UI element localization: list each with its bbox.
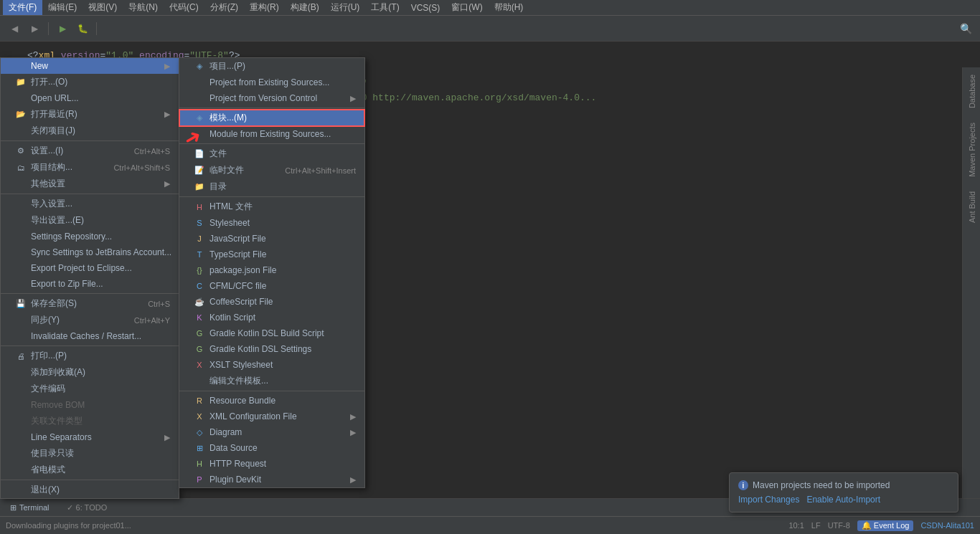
vcs-arrow: ▶ xyxy=(350,94,356,103)
menu-power-save[interactable]: 省电模式 xyxy=(1,462,179,478)
menu-window[interactable]: 窗口(W) xyxy=(446,0,488,15)
new-submenu: ◈ 项目...(P) Project from Existing Sources… xyxy=(179,57,365,488)
terminal-tab[interactable]: ⊞ Terminal xyxy=(3,502,57,514)
pkg-icon: {} xyxy=(194,264,205,276)
menu-file-encoding[interactable]: 文件编码 xyxy=(1,381,179,397)
new-http-request[interactable]: H HTTP Request xyxy=(179,456,364,472)
terminal-label: Terminal xyxy=(19,503,50,512)
enable-autoimport-link[interactable]: Enable Auto-Import xyxy=(806,495,880,505)
menu-open[interactable]: 📁 打开...(O) xyxy=(1,74,179,90)
divider4 xyxy=(1,345,179,346)
menu-view[interactable]: 视图(V) xyxy=(83,0,123,15)
url-icon xyxy=(15,92,27,104)
menu-import-settings[interactable]: 导入设置... xyxy=(1,196,179,212)
menu-refactor[interactable]: 重构(R) xyxy=(244,0,285,15)
menu-remove-bom[interactable]: Remove BOM xyxy=(1,397,179,413)
todo-tab[interactable]: ✓ 6: TODO xyxy=(60,502,115,514)
menubar: 文件(F) 编辑(E) 视图(V) 导航(N) 代码(C) 分析(Z) 重构(R… xyxy=(0,0,980,16)
popup-title-text: Maven projects need to be imported xyxy=(753,480,890,490)
new-gradle-settings[interactable]: G Gradle Kotlin DSL Settings xyxy=(179,341,364,357)
new-icon xyxy=(15,60,27,72)
menu-close-project[interactable]: 关闭项目(J) xyxy=(1,123,179,139)
menu-file[interactable]: 文件(F) xyxy=(3,0,42,15)
new-edit-file-templates[interactable]: 编辑文件模板... xyxy=(179,373,364,389)
new-module-existing[interactable]: Module from Existing Sources... xyxy=(179,126,364,142)
menu-line-sep[interactable]: Line Separators ▶ xyxy=(1,429,179,445)
debug-button[interactable]: 🐛 xyxy=(74,20,91,37)
new-project[interactable]: ◈ 项目...(P) xyxy=(179,58,364,75)
line-ending: LF xyxy=(811,521,821,530)
menu-sync[interactable]: 同步(Y) Ctrl+Alt+Y xyxy=(1,312,179,328)
new-ts[interactable]: T TypeScript File xyxy=(179,247,364,262)
existing-icon xyxy=(194,77,205,88)
menu-settings[interactable]: ⚙ 设置...(I) Ctrl+Alt+S xyxy=(1,143,179,159)
ant-panel-tab[interactable]: Ant Build xyxy=(963,184,980,230)
divider2 xyxy=(1,194,179,194)
new-module[interactable]: ◈ 模块...(M) xyxy=(179,110,364,126)
new-file[interactable]: 📄 文件 xyxy=(179,146,364,162)
menu-navigate[interactable]: 导航(N) xyxy=(123,0,164,15)
menu-vcs[interactable]: VCS(S) xyxy=(405,1,446,14)
popup-title-row: i Maven projects need to be imported xyxy=(738,480,949,490)
new-scratch[interactable]: 📝 临时文件 Ctrl+Alt+Shift+Insert xyxy=(179,162,364,178)
cfml-icon: C xyxy=(194,280,205,292)
menu-print[interactable]: 🖨 打印...(P) xyxy=(1,348,179,364)
menu-edit[interactable]: 编辑(E) xyxy=(42,0,83,15)
forward-button[interactable]: ▶ xyxy=(26,20,43,37)
event-log-badge[interactable]: 🔔 Event Log xyxy=(857,520,914,531)
new-xml-config[interactable]: X XML Configuration File ▶ xyxy=(179,409,364,424)
new-js[interactable]: J JavaScript File xyxy=(179,231,364,247)
menu-make-readonly[interactable]: 使目录只读 xyxy=(1,445,179,462)
new-diagram[interactable]: ◇ Diagram ▶ xyxy=(179,424,364,440)
menu-add-favorites[interactable]: 添加到收藏(A) xyxy=(1,364,179,381)
new-project-vcs[interactable]: Project from Version Control ▶ xyxy=(179,90,364,106)
menu-code[interactable]: 代码(C) xyxy=(164,0,204,15)
new-data-source[interactable]: ⊞ Data Source xyxy=(179,440,364,456)
menu-other-settings[interactable]: 其他设置 ▶ xyxy=(1,176,179,192)
new-coffee[interactable]: ☕ CoffeeScript File xyxy=(179,294,364,310)
menu-run[interactable]: 运行(U) xyxy=(325,0,366,15)
new-cfml[interactable]: C CFML/CFC file xyxy=(179,278,364,294)
new-xslt[interactable]: X XSLT Stylesheet xyxy=(179,357,364,373)
database-panel-tab[interactable]: Database xyxy=(963,67,980,115)
menu-invalidate[interactable]: Invalidate Caches / Restart... xyxy=(1,328,179,344)
new-div1 xyxy=(179,108,364,108)
new-gradle-build[interactable]: G Gradle Kotlin DSL Build Script xyxy=(179,325,364,341)
back-button[interactable]: ◀ xyxy=(6,20,23,37)
gradle-build-icon: G xyxy=(194,328,205,339)
new-dir[interactable]: 📁 目录 xyxy=(179,178,364,195)
new-plugin-devkit[interactable]: P Plugin DevKit ▶ xyxy=(179,472,364,487)
menu-associate-filetype[interactable]: 关联文件类型 xyxy=(1,413,179,429)
new-resource-bundle[interactable]: R Resource Bundle xyxy=(179,393,364,409)
menu-export-eclipse[interactable]: Export Project to Eclipse... xyxy=(1,260,179,276)
run-button[interactable]: ▶ xyxy=(54,20,71,37)
menu-save-all[interactable]: 💾 保存全部(S) Ctrl+S xyxy=(1,295,179,312)
menu-tools[interactable]: 工具(T) xyxy=(365,0,405,15)
menu-export-zip[interactable]: Export to Zip File... xyxy=(1,276,179,292)
menu-project-structure[interactable]: 🗂 项目结构... Ctrl+Alt+Shift+S xyxy=(1,159,179,176)
new-pkg-json[interactable]: {} package.json File xyxy=(179,262,364,278)
menu-analyze[interactable]: 分析(Z) xyxy=(204,0,244,15)
new-html[interactable]: H HTML 文件 xyxy=(179,199,364,215)
menu-new[interactable]: New ▶ xyxy=(1,58,179,74)
maven-panel-tab[interactable]: Maven Projects xyxy=(963,115,980,184)
assoc-icon xyxy=(15,416,27,427)
gradle-settings-icon: G xyxy=(194,343,205,355)
menu-build[interactable]: 构建(B) xyxy=(285,0,325,15)
menu-export-settings[interactable]: 导出设置...(E) xyxy=(1,212,179,229)
new-css[interactable]: S Stylesheet xyxy=(179,215,364,231)
menu-sync-jb[interactable]: Sync Settings to JetBrains Account... xyxy=(1,244,179,260)
menu-settings-repo[interactable]: Settings Repository... xyxy=(1,229,179,244)
save-shortcut: Ctrl+S xyxy=(133,300,170,308)
menu-help[interactable]: 帮助(H) xyxy=(489,0,529,15)
menu-exit[interactable]: 退出(X) xyxy=(1,482,179,498)
file-menu: New ▶ 📁 打开...(O) Open URL... 📂 打开最近(R) ▶… xyxy=(0,57,179,499)
menu-recent[interactable]: 📂 打开最近(R) ▶ xyxy=(1,106,179,123)
info-icon: i xyxy=(738,480,748,490)
new-kotlin-script[interactable]: K Kotlin Script xyxy=(179,310,364,325)
menu-open-url[interactable]: Open URL... xyxy=(1,90,179,106)
search-everywhere-button[interactable]: 🔍 xyxy=(957,20,974,37)
import-changes-link[interactable]: Import Changes xyxy=(738,495,799,505)
new-project-existing[interactable]: Project from Existing Sources... xyxy=(179,75,364,90)
bom-icon xyxy=(15,399,27,411)
